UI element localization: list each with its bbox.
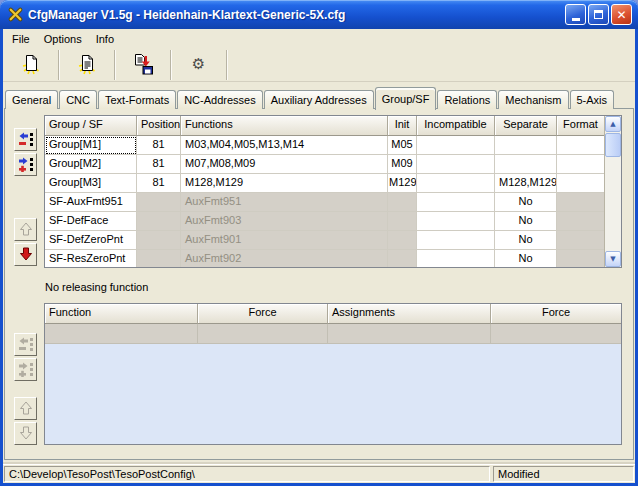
col-assignments[interactable]: Assignments <box>328 304 491 324</box>
cell-name[interactable]: SF-DefZeroPnt <box>45 231 137 250</box>
cell-format[interactable] <box>557 212 604 231</box>
col-function[interactable]: Function <box>45 304 198 324</box>
cell-incompatible[interactable] <box>417 136 495 155</box>
cell-incompatible[interactable] <box>417 231 495 250</box>
cell-format[interactable] <box>557 250 604 267</box>
cell-force-2[interactable] <box>491 324 621 344</box>
tab-nc-addresses[interactable]: NC-Addresses <box>177 90 263 109</box>
maximize-button[interactable] <box>588 4 609 25</box>
tab-relations[interactable]: Relations <box>437 90 497 109</box>
cell-position[interactable] <box>137 193 181 212</box>
scroll-down-button[interactable]: ▼ <box>605 251 621 267</box>
group-move-down-button[interactable] <box>14 243 37 266</box>
cell-init[interactable] <box>388 193 417 212</box>
cell-name[interactable]: SF-ResZeroPnt <box>45 250 137 267</box>
cell-separate[interactable] <box>495 136 557 155</box>
col-separate[interactable]: Separate <box>495 116 557 136</box>
save-file-button[interactable] <box>115 50 171 80</box>
cell-position[interactable]: 81 <box>137 174 181 193</box>
cell-init[interactable]: M129 <box>388 174 417 193</box>
cell-functions[interactable]: AuxFmt951 <box>181 193 388 212</box>
cell-functions[interactable]: M07,M08,M09 <box>181 155 388 174</box>
col-format[interactable]: Format <box>557 116 604 136</box>
cell-position[interactable] <box>137 250 181 267</box>
cell-position[interactable] <box>137 212 181 231</box>
col-incompatible[interactable]: Incompatible <box>417 116 495 136</box>
open-file-button[interactable] <box>59 50 115 80</box>
cell-force[interactable] <box>198 324 328 344</box>
cell-position[interactable]: 81 <box>137 136 181 155</box>
cell-separate[interactable]: No <box>495 212 557 231</box>
cell-position[interactable] <box>137 231 181 250</box>
titlebar[interactable]: CfgManager V1.5g - Heidenhain-Klartext-G… <box>0 0 638 29</box>
cell-separate[interactable]: M128,M129 <box>495 174 557 193</box>
function-move-down-button[interactable] <box>14 422 37 445</box>
col-functions[interactable]: Functions <box>181 116 388 136</box>
cell-functions[interactable]: AuxFmt902 <box>181 250 388 267</box>
app-icon-crossed-tools <box>7 6 24 23</box>
function-table-empty-row <box>45 324 621 344</box>
scrollbar-track[interactable] <box>605 157 621 251</box>
cell-name[interactable]: SF-DefFace <box>45 212 137 231</box>
cell-name[interactable]: Group[M3] <box>45 174 137 193</box>
cell-separate[interactable]: No <box>495 231 557 250</box>
cell-format[interactable] <box>557 155 604 174</box>
cell-separate[interactable]: No <box>495 250 557 267</box>
col-force-2[interactable]: Force <box>491 304 621 324</box>
function-remove-button[interactable] <box>14 333 37 356</box>
cell-functions[interactable]: M03,M04,M05,M13,M14 <box>181 136 388 155</box>
cell-init[interactable]: M05 <box>388 136 417 155</box>
menu-options[interactable]: Options <box>37 31 89 47</box>
cell-function[interactable] <box>45 324 198 344</box>
cell-name[interactable]: Group[M2] <box>45 155 137 174</box>
cell-init[interactable] <box>388 231 417 250</box>
cell-incompatible[interactable] <box>417 212 495 231</box>
cell-incompatible[interactable] <box>417 250 495 267</box>
cell-functions[interactable]: AuxFmt901 <box>181 231 388 250</box>
tab-cnc[interactable]: CNC <box>59 90 97 109</box>
tab-auxiliary-addresses[interactable]: Auxiliary Addresses <box>264 90 374 109</box>
col-position[interactable]: Position <box>137 116 181 136</box>
cell-functions[interactable]: M128,M129 <box>181 174 388 193</box>
cell-format[interactable] <box>557 231 604 250</box>
cell-format[interactable] <box>557 174 604 193</box>
cell-name[interactable]: SF-AuxFmt951 <box>45 193 137 212</box>
group-add-button[interactable] <box>14 153 37 176</box>
cell-functions[interactable]: AuxFmt903 <box>181 212 388 231</box>
group-move-up-button[interactable] <box>14 218 37 241</box>
new-file-button[interactable] <box>3 50 59 80</box>
menu-file[interactable]: File <box>5 31 37 47</box>
col-force[interactable]: Force <box>198 304 328 324</box>
group-remove-button[interactable] <box>14 128 37 151</box>
tab-text-formats[interactable]: Text-Formats <box>98 90 176 109</box>
function-move-up-button[interactable] <box>14 397 37 420</box>
scrollbar-thumb[interactable] <box>605 133 621 157</box>
cell-incompatible[interactable] <box>417 193 495 212</box>
settings-button[interactable]: ⚙ <box>171 50 227 80</box>
cell-name[interactable]: Group[M1] <box>45 136 137 155</box>
tab-group-sf[interactable]: Group/SF <box>375 87 437 110</box>
col-init[interactable]: Init <box>388 116 417 136</box>
col-group-sf[interactable]: Group / SF <box>45 116 137 136</box>
menu-info[interactable]: Info <box>89 31 121 47</box>
scroll-up-button[interactable]: ▲ <box>605 116 621 132</box>
minimize-button[interactable] <box>565 4 586 25</box>
cell-init[interactable] <box>388 212 417 231</box>
cell-incompatible[interactable] <box>417 174 495 193</box>
table-row-sf-defzeropnt: SF-DefZeroPnt AuxFmt901 No <box>45 231 604 250</box>
tab-mechanism[interactable]: Mechanism <box>498 90 568 109</box>
cell-assignments[interactable] <box>328 324 491 344</box>
tab-5-axis[interactable]: 5-Axis <box>570 90 615 109</box>
close-button[interactable]: ✕ <box>611 4 632 25</box>
cell-init[interactable]: M09 <box>388 155 417 174</box>
function-table-empty-area <box>45 344 621 444</box>
cell-incompatible[interactable] <box>417 155 495 174</box>
tab-general[interactable]: General <box>5 90 58 109</box>
cell-format[interactable] <box>557 193 604 212</box>
cell-init[interactable] <box>388 250 417 267</box>
cell-position[interactable]: 81 <box>137 155 181 174</box>
cell-separate[interactable] <box>495 155 557 174</box>
cell-separate[interactable]: No <box>495 193 557 212</box>
cell-format[interactable] <box>557 136 604 155</box>
function-add-button[interactable] <box>14 358 37 381</box>
